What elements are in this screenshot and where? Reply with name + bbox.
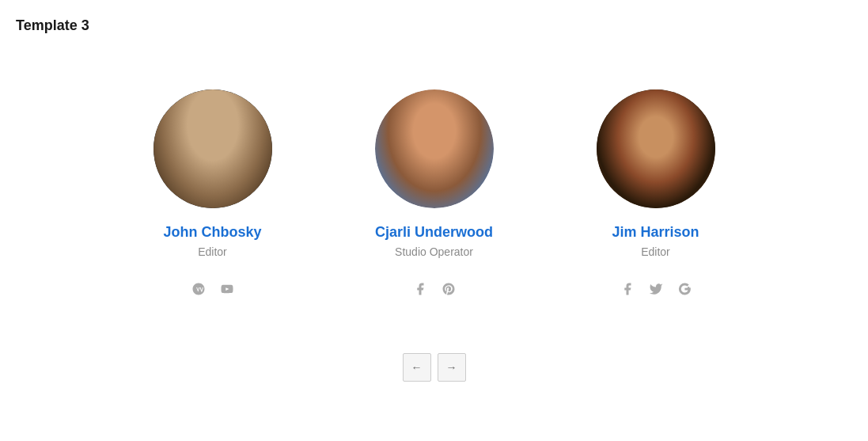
portrait-cjarli [375,89,494,208]
portrait-john [154,89,272,208]
member-name-jim: Jim Harrison [612,224,699,241]
avatar-jim [597,89,715,208]
googleplus-icon[interactable] [676,280,693,298]
social-icons-cjarli [411,280,457,298]
prev-button[interactable]: ← [403,353,431,382]
youtube-icon[interactable] [218,280,236,298]
team-section: John Chbosky Editor Cjarli Underwood Stu… [0,42,868,321]
team-member-jim: Jim Harrison Editor [577,89,735,298]
avatar-john [154,89,272,208]
member-name-john: John Chbosky [163,224,261,241]
team-member-cjarli: Cjarli Underwood Studio Operator [355,89,514,298]
member-role-jim: Editor [641,245,670,258]
pagination-area: ← → [0,321,868,397]
wordpress-icon[interactable] [190,280,207,298]
facebook-icon-jim[interactable] [619,280,636,298]
member-role-cjarli: Studio Operator [395,245,473,258]
avatar-cjarli [375,89,494,208]
social-icons-jim [619,280,693,298]
next-button[interactable]: → [438,353,466,382]
portrait-jim [597,89,715,208]
facebook-icon-cjarli[interactable] [411,280,429,298]
member-role-john: Editor [198,245,227,258]
social-icons-john [190,280,236,298]
twitter-icon[interactable] [647,280,665,298]
page-title: Template 3 [0,0,868,42]
member-name-cjarli: Cjarli Underwood [375,224,493,241]
pinterest-icon[interactable] [440,280,457,298]
team-member-john: John Chbosky Editor [134,89,292,298]
